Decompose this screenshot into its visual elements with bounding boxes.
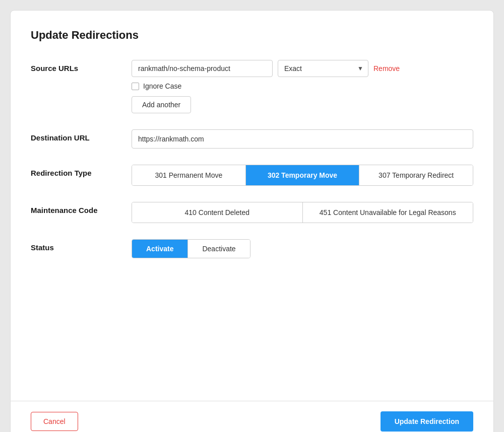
cancel-button[interactable]: Cancel	[31, 412, 78, 431]
status-row: Status Activate Deactivate	[31, 239, 473, 258]
source-url-input-row: Exact Contains Starts With Ends With Reg…	[132, 60, 473, 77]
add-another-button[interactable]: Add another	[132, 96, 191, 113]
deactivate-button[interactable]: Deactivate	[188, 240, 249, 258]
maintenance-code-group: 410 Content Deleted 451 Content Unavaila…	[132, 202, 473, 223]
remove-link[interactable]: Remove	[373, 64, 400, 73]
source-url-input[interactable]	[132, 60, 273, 77]
match-type-select[interactable]: Exact Contains Starts With Ends With Reg…	[278, 60, 368, 77]
status-group: Activate Deactivate	[132, 239, 250, 258]
destination-url-label: Destination URL	[31, 129, 132, 149]
maintenance-410-button[interactable]: 410 Content Deleted	[132, 202, 303, 223]
maintenance-code-row: Maintenance Code 410 Content Deleted 451…	[31, 202, 473, 223]
redirection-type-row: Redirection Type 301 Permanent Move 302 …	[31, 165, 473, 186]
type-301-button[interactable]: 301 Permanent Move	[132, 165, 246, 185]
maintenance-code-control: 410 Content Deleted 451 Content Unavaila…	[132, 202, 473, 223]
redirection-type-label: Redirection Type	[31, 165, 132, 186]
source-urls-row: Source URLs Exact Contains Starts With E…	[31, 60, 473, 113]
match-type-wrapper: Exact Contains Starts With Ends With Reg…	[278, 60, 368, 77]
destination-url-input[interactable]	[132, 129, 473, 149]
destination-url-control	[132, 129, 473, 149]
dialog-footer: Cancel Update Redirection	[11, 401, 493, 432]
ignore-case-label: Ignore Case	[143, 82, 181, 90]
destination-url-row: Destination URL	[31, 129, 473, 149]
redirection-type-group: 301 Permanent Move 302 Temporary Move 30…	[132, 165, 473, 186]
dialog-title: Update Redirections	[31, 29, 473, 42]
maintenance-code-label: Maintenance Code	[31, 202, 132, 223]
update-redirections-dialog: Update Redirections Source URLs Exact Co…	[10, 10, 494, 432]
source-urls-control: Exact Contains Starts With Ends With Reg…	[132, 60, 473, 113]
source-urls-label: Source URLs	[31, 60, 132, 113]
type-307-button[interactable]: 307 Temporary Redirect	[359, 165, 473, 185]
activate-button[interactable]: Activate	[132, 240, 188, 258]
dialog-body: Update Redirections Source URLs Exact Co…	[11, 11, 493, 401]
ignore-case-checkbox[interactable]	[132, 83, 139, 90]
redirection-type-control: 301 Permanent Move 302 Temporary Move 30…	[132, 165, 473, 186]
ignore-case-row: Ignore Case	[132, 82, 473, 90]
update-redirection-button[interactable]: Update Redirection	[381, 411, 473, 431]
maintenance-451-button[interactable]: 451 Content Unavailable for Legal Reason…	[303, 202, 473, 223]
status-label: Status	[31, 239, 132, 258]
type-302-button[interactable]: 302 Temporary Move	[246, 165, 360, 185]
status-control: Activate Deactivate	[132, 239, 473, 258]
